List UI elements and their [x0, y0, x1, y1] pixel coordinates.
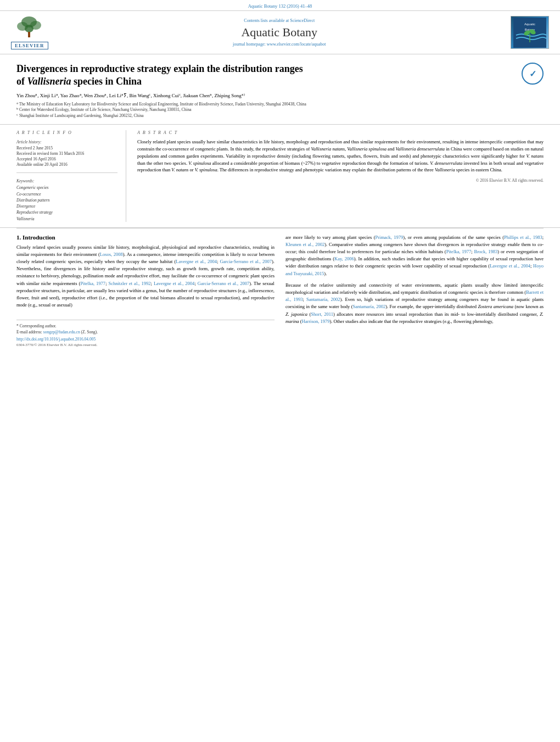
accepted-date: Accepted 16 April 2016	[16, 157, 117, 161]
ref-harrison1979[interactable]: Harrison, 1979	[302, 319, 330, 324]
info-abstract-section: A R T I C L E I N F O Article history: R…	[0, 125, 560, 228]
ref-schnitzler1992[interactable]: Schnitzler et al., 1992	[109, 281, 151, 286]
ref-garcia2007b[interactable]: Garcia-Serrano et al., 2007	[198, 281, 249, 286]
ref-brock1983[interactable]: Brock, 1983	[474, 249, 498, 254]
revised-date: Received in revised form 31 March 2016	[16, 151, 117, 156]
intro-paragraph-3: Because of the relative uniformity and c…	[285, 282, 544, 325]
ref-santamaria2002b[interactable]: Santamaría, 2002	[353, 304, 386, 309]
journal-citation: Aquatic Botany 132 (2016) 41–48	[248, 3, 312, 9]
ref-losos[interactable]: Losos, 2008	[100, 252, 123, 257]
copyright: © 2016 Elsevier B.V. All rights reserved…	[137, 178, 544, 183]
page: Aquatic Botany 132 (2016) 41–48 ELSEVIER…	[0, 0, 560, 742]
received-date: Received 2 June 2015	[16, 146, 117, 150]
keyword-4: Divergence	[16, 203, 117, 209]
email-link[interactable]: songzp@fudan.edu.cn	[43, 330, 80, 334]
title-row: Divergences in reproductive strategy exp…	[16, 63, 544, 88]
aquatic-botany-logo: Aquatic Botany	[513, 18, 546, 48]
keywords-heading: Keywords:	[16, 178, 117, 183]
sciencedirect-link[interactable]: ScienceDirect	[290, 18, 315, 23]
ref-lavergne2004[interactable]: Lavergne et al., 2004	[176, 259, 217, 264]
article-info-heading: A R T I C L E I N F O	[16, 130, 117, 135]
contents-link: Contents lists available at ScienceDirec…	[48, 18, 511, 23]
body-section: 1. Introduction Closely related species …	[0, 228, 560, 353]
article-title: Divergences in reproductive strategy exp…	[16, 63, 303, 88]
journal-header: ELSEVIER Contents lists available at Sci…	[0, 11, 560, 54]
journal-citation-bar: Aquatic Botany 132 (2016) 41–48	[0, 0, 560, 11]
svg-text:Aquatic: Aquatic	[524, 23, 535, 26]
keywords-list: Congeneric species Co-occurrence Distrib…	[16, 185, 117, 222]
keyword-1: Congeneric species	[16, 185, 117, 191]
ref-pitelka1977b[interactable]: Pitelka, 1977	[446, 249, 472, 254]
svg-point-4	[25, 25, 33, 32]
intro-paragraph-1: Closely related species usually possess …	[16, 244, 275, 309]
intro-paragraph-2: are more likely to vary among plant spec…	[285, 234, 544, 277]
history-heading: Article history:	[16, 140, 117, 144]
ref-short2011[interactable]: Short, 2011	[311, 311, 333, 317]
article-info-panel: A R T I C L E I N F O Article history: R…	[16, 130, 126, 222]
elsevier-label: ELSEVIER	[11, 42, 48, 49]
ref-lavergne2004c[interactable]: Lavergne et al., 2004	[490, 263, 530, 269]
abstract-text: Closely related plant species usually ha…	[137, 138, 544, 174]
issn-line: 0304-3770/© 2016 Elsevier B.V. All right…	[16, 343, 275, 347]
body-right-column: are more likely to vary among plant spec…	[285, 234, 544, 348]
abstract-heading: A B S T R A C T	[137, 130, 544, 135]
doi-link[interactable]: http://dx.doi.org/10.1016/j.aquabot.2016…	[16, 337, 275, 342]
email-note: E-mail address: songzp@fudan.edu.cn (Z. …	[16, 330, 275, 336]
journal-logo-right: Aquatic Botany	[511, 16, 549, 49]
ref-primack1979[interactable]: Primack, 1979	[376, 235, 404, 240]
svg-rect-5	[28, 32, 30, 37]
affiliation-a: ᵃ The Ministry of Education Key Laborato…	[16, 102, 544, 108]
ref-kay2006[interactable]: Kay, 2006	[334, 256, 354, 261]
crossmark-logo: ✓	[522, 63, 544, 85]
affiliation-c: ᶜ Shanghai Institute of Landscaping and …	[16, 113, 544, 119]
affiliations: ᵃ The Ministry of Education Key Laborato…	[16, 102, 544, 119]
ref-lavergne2004b[interactable]: Lavergne et al., 2004	[154, 281, 194, 286]
ref-santamaria2002[interactable]: Santamaría, 2002	[306, 297, 340, 302]
journal-homepage: journal homepage: www.elsevier.com/locat…	[48, 42, 511, 47]
intro-heading: 1. Introduction	[16, 234, 275, 241]
corresponding-note: * Corresponding author.	[16, 323, 275, 330]
ref-pitelka1977[interactable]: Pitelka, 1977	[80, 281, 105, 286]
body-left-column: 1. Introduction Closely related species …	[16, 234, 275, 348]
abstract-section: A B S T R A C T Closely related plant sp…	[137, 130, 544, 222]
elsevier-tree-icon	[12, 15, 47, 42]
ref-phillips1983[interactable]: Phillips et al., 1983	[504, 235, 542, 240]
affiliation-b: ᵇ Center for Watershed Ecology, Institut…	[16, 107, 544, 113]
authors: Yin Zhouᵃ, Xinji Liᵃ, Yao Zhaoᵃ, Wen Zho…	[16, 93, 544, 98]
ref-kleunen2002[interactable]: Kleunen et al., 2002	[285, 242, 324, 247]
footnote-area: * Corresponding author. E-mail address: …	[16, 320, 275, 347]
homepage-link[interactable]: www.elsevier.com/locate/aquabot	[267, 42, 326, 47]
keyword-6: Vallisneria	[16, 216, 117, 222]
elsevier-logo: ELSEVIER	[11, 15, 48, 49]
available-date: Available online 20 April 2016	[16, 162, 117, 167]
journal-title: Aquatic Botany	[48, 25, 511, 40]
journal-center: Contents lists available at ScienceDirec…	[48, 18, 511, 47]
ref-garcia2007[interactable]: Garcia-Serrano et al., 2007	[220, 259, 272, 264]
article-section: Divergences in reproductive strategy exp…	[0, 54, 560, 125]
keyword-5: Reproductive strategy	[16, 209, 117, 215]
keyword-3: Distribution pattern	[16, 197, 117, 203]
keyword-2: Co-occurrence	[16, 191, 117, 197]
